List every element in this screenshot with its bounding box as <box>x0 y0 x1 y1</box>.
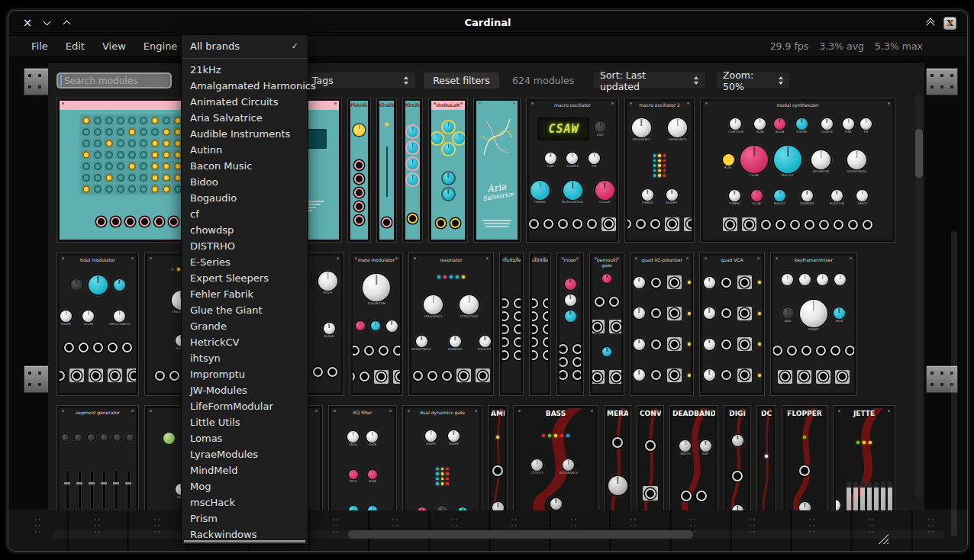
module-tile-pokies[interactable]: Pokies <box>347 98 371 243</box>
led-indicators <box>496 436 499 439</box>
brand-menu-item-bacon-music[interactable]: Bacon Music <box>182 158 308 174</box>
menu-view[interactable]: View <box>100 39 128 53</box>
brand-menu-item-distrho[interactable]: DISTRHO <box>182 238 308 254</box>
brand-menu-item-fehler-fabrik[interactable]: Fehler Fabrik <box>182 286 308 302</box>
brand-menu-item-21khz[interactable]: 21kHz <box>182 62 308 78</box>
module-title: bernoulli gate <box>592 256 621 265</box>
jack-icon <box>353 346 360 356</box>
brand-menu-item-bidoo[interactable]: Bidoo <box>182 174 308 190</box>
module-row: tidal modulatorSHAPESLOPESMOOTHNESSFREQU… <box>56 253 857 396</box>
jack-icon <box>819 220 829 230</box>
tags-filter-select[interactable]: Tags <box>306 72 415 89</box>
module-tile-conv[interactable]: CONV <box>637 405 664 510</box>
module-tile-resonator[interactable]: resonatorFREQUENCYSTRUCTUREBRIGHTNESSDAM… <box>408 253 494 396</box>
module-tile-keyframer-mixer[interactable]: keyframer/mixerADDFRAMEMOD <box>770 253 857 396</box>
brand-menu-item-amalgamated-harmonics[interactable]: Amalgamated Harmonics <box>182 78 308 94</box>
menu-edit[interactable]: Edit <box>63 39 87 53</box>
module-tile-bass[interactable]: BASSCUTOFFRESONANCEDECAYENVMODACCENT <box>513 405 598 510</box>
module-tile-grabby[interactable]: Grabby <box>376 98 397 243</box>
brand-menu-item-expert-sleepers[interactable]: Expert Sleepers <box>182 270 308 286</box>
module-tile-rotatoes[interactable]: Rotatoes <box>402 98 423 243</box>
module-tile-mixer[interactable]: mixer <box>556 253 584 396</box>
browser-vertical-scrollbar-thumb[interactable] <box>915 129 923 178</box>
brand-menu-item-little-utils[interactable]: Little Utils <box>182 414 308 430</box>
jack-icon <box>478 371 488 381</box>
sort-select[interactable]: Sort: Last updated <box>594 72 705 89</box>
reset-filters-button[interactable]: Reset filters <box>424 72 499 89</box>
knob-icon <box>634 369 645 381</box>
circle-icon <box>105 174 113 182</box>
brand-menu-item-ihtsyn[interactable]: ihtsyn <box>182 350 308 366</box>
slider-icon <box>66 470 69 510</box>
brand-menu-item-cf[interactable]: cf <box>182 206 308 222</box>
module-tile-deadband[interactable]: DEADBANDWIDTHGAP <box>669 405 718 510</box>
brand-menu-item-lyraemodules[interactable]: LyraeModules <box>182 446 308 462</box>
jack-icon <box>313 367 323 377</box>
module-tile-mera[interactable]: MERA <box>604 405 631 510</box>
module-tile-tidal-modulator[interactable]: tidal modulatorSHAPESLOPESMOOTHNESS <box>56 253 139 396</box>
module-tile-eq-filter[interactable]: EQ filterFREQGAINFREQGAINFREQGAIN <box>328 405 397 510</box>
horizontal-scrollbar-thumb[interactable] <box>348 530 693 539</box>
circle-icon <box>174 185 182 193</box>
brand-menu-item-hetrickcv[interactable]: HetrickCV <box>182 334 308 350</box>
brand-menu-item-prism[interactable]: Prism <box>182 510 308 526</box>
brand-menu-item-chowdsp[interactable]: chowdsp <box>182 222 308 238</box>
module-tile-flopper[interactable]: FLOPPER <box>782 405 827 510</box>
knob-label: BLOW <box>775 130 784 133</box>
jack-icon <box>395 372 400 381</box>
zoom-select[interactable]: Zoom: 50% <box>717 72 789 89</box>
brand-menu-item-audible-instruments[interactable]: Audible Instruments <box>182 126 308 142</box>
module-tile-macro-oscillator-2[interactable]: macro oscillator 2FREQUENCYHARMONICSTIMB… <box>624 98 695 243</box>
module-tile-dual-dynamics-gate[interactable]: dual dynamics gateSHAPESHAPEMODMETERMOD <box>402 405 482 510</box>
module-tile-bernoulli-gate[interactable]: bernoulli gate <box>589 253 624 396</box>
module-tile-macro-oscillator[interactable]: macro oscillatorCSAWEDITFINECOARSEFMTIMB… <box>526 98 619 243</box>
knob-icon <box>60 311 72 322</box>
circle-icon <box>105 128 113 136</box>
module-tile-multiples[interactable]: multiples <box>499 253 524 396</box>
rack-vertical-scrollbar-thumb[interactable] <box>951 231 957 536</box>
module-tile-jette[interactable]: JETTE <box>833 405 895 510</box>
circle-icon <box>128 185 136 193</box>
brand-menu-item-animated-circuits[interactable]: Animated Circuits <box>182 94 308 110</box>
module-tile-modal-synthesizer[interactable]: modal synthesizerCONTOURBOWBLOWSTRIKECOA… <box>700 98 895 243</box>
module-tile-quad-vca[interactable]: quad VCA <box>699 253 765 396</box>
brand-menu-item-jw-modules[interactable]: JW-Modules <box>182 382 308 398</box>
module-tile-utilities[interactable]: utilities <box>529 253 551 396</box>
brand-menu-item-e-series[interactable]: E-Series <box>182 254 308 270</box>
jack-icon <box>837 372 847 381</box>
brand-menu-item-all-brands[interactable]: All brands ✓ <box>182 37 308 56</box>
module-tile[interactable]: AriaSalvatrice <box>473 98 521 243</box>
brand-menu-item-glue-the-giant[interactable]: Glue the Giant <box>182 302 308 318</box>
module-tile-dc[interactable]: DC <box>756 405 776 510</box>
brand-menu-item-impromptu[interactable]: Impromptu <box>182 366 308 382</box>
menu-file[interactable]: File <box>29 39 50 53</box>
brand-menu-item-lifeformmodular[interactable]: LifeFormModular <box>182 398 308 414</box>
module-tile-segment-generator[interactable]: segment generator <box>56 405 139 510</box>
module-tile-meta-modulator[interactable]: meta modulatorALGORITHM <box>350 253 403 396</box>
brand-menu-item-mog[interactable]: Mog <box>182 478 308 494</box>
module-tile-quad-vc-polarizer[interactable]: quad VC-polarizer <box>630 253 694 396</box>
knob-label: SHAPE <box>426 443 436 445</box>
brand-menu-item-autinn[interactable]: Autinn <box>182 142 308 158</box>
knob-label: BRIGHTNESS <box>847 170 867 172</box>
menu-engine[interactable]: Engine <box>141 39 180 53</box>
brand-menu-item-aria-salvatrice[interactable]: Aria Salvatrice <box>182 110 308 126</box>
knob-icon <box>443 172 454 184</box>
module-tile-undular[interactable]: UnDuLaR <box>428 98 468 243</box>
slider-track <box>386 146 388 197</box>
brand-menu-item-lomas[interactable]: Lomas <box>182 430 308 446</box>
jack-icon <box>845 346 854 356</box>
module-tile-digi[interactable]: DIGI <box>724 405 751 510</box>
circle-icon <box>151 117 159 124</box>
knob-icon <box>88 434 95 441</box>
jack-icon <box>529 219 539 229</box>
brand-menu-item-bogaudio[interactable]: Bogaudio <box>182 190 308 206</box>
circle-icon <box>151 140 159 147</box>
module-tile-amp[interactable]: AMP <box>488 405 508 510</box>
brand-menu-item-grande[interactable]: Grande <box>182 318 308 334</box>
search-input[interactable] <box>56 72 172 89</box>
collapse-titlebar-icon[interactable] <box>926 18 936 27</box>
knob-label: SLOPE <box>84 323 94 325</box>
brand-menu-item-mindmeld[interactable]: MindMeld <box>182 462 308 478</box>
brand-menu-item-mschack[interactable]: mscHack <box>182 494 308 510</box>
